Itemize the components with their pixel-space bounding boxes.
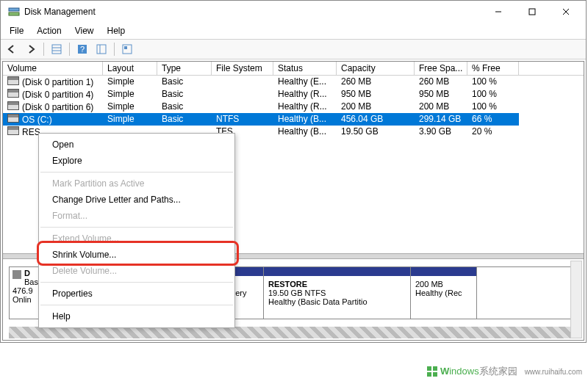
- ctx-separator: [40, 227, 233, 228]
- svg-rect-15: [427, 366, 431, 371]
- table-row[interactable]: OS (C:)SimpleBasicNTFSHealthy (B...456.0…: [3, 113, 584, 126]
- watermark-url: www.ruihaifu.com: [525, 368, 582, 376]
- table-header: Volume Layout Type File System Status Ca…: [3, 62, 584, 76]
- maximize-button[interactable]: [515, 1, 549, 23]
- col-type[interactable]: Type: [157, 62, 212, 75]
- toolbar: ?: [1, 39, 586, 59]
- svg-text:?: ?: [80, 45, 85, 54]
- menu-action[interactable]: Action: [31, 24, 67, 37]
- ctx-mark-active: Mark Partition as Active: [39, 175, 234, 192]
- ctx-explore[interactable]: Explore: [39, 153, 234, 169]
- partition-cell[interactable]: RESTORE19.50 GB NTFSHealthy (Basic Data …: [264, 267, 411, 319]
- svg-rect-11: [97, 45, 106, 54]
- context-menu: Open Explore Mark Partition as Active Ch…: [38, 133, 235, 328]
- svg-rect-17: [427, 372, 431, 377]
- ctx-properties[interactable]: Properties: [39, 286, 234, 302]
- col-capacity[interactable]: Capacity: [337, 62, 415, 75]
- ctx-separator: [40, 282, 233, 283]
- ctx-extend: Extend Volume...: [39, 231, 234, 247]
- disk-label: D: [24, 269, 30, 277]
- svg-rect-18: [433, 372, 437, 377]
- close-button[interactable]: [549, 1, 583, 23]
- back-button[interactable]: [4, 41, 20, 57]
- ctx-open[interactable]: Open: [39, 137, 234, 153]
- col-layout[interactable]: Layout: [103, 62, 157, 75]
- svg-rect-1: [9, 12, 19, 15]
- app-icon: [8, 6, 20, 18]
- col-free[interactable]: Free Spa...: [415, 62, 467, 75]
- table-row[interactable]: (Disk 0 partition 6)SimpleBasicHealthy (…: [3, 101, 584, 113]
- disk-status: Onlin: [12, 295, 32, 304]
- col-volume[interactable]: Volume: [3, 62, 103, 75]
- ctx-format: Format...: [39, 208, 234, 224]
- list-view-button[interactable]: [49, 41, 65, 57]
- table-body: (Disk 0 partition 1)SimpleBasicHealthy (…: [3, 76, 584, 138]
- titlebar: Disk Management: [1, 1, 586, 23]
- svg-rect-3: [529, 9, 535, 15]
- menu-help[interactable]: Help: [101, 24, 132, 37]
- ctx-shrink[interactable]: Shrink Volume...: [39, 247, 234, 263]
- menu-file[interactable]: File: [4, 24, 29, 37]
- ctx-separator: [40, 305, 233, 305]
- watermark: Windows系统家园 www.ruihaifu.com: [427, 365, 582, 378]
- volume-table: Volume Layout Type File System Status Ca…: [3, 62, 584, 138]
- window-title: Disk Management: [24, 7, 481, 17]
- watermark-brand: Windows系统家园: [440, 365, 517, 378]
- properties-button[interactable]: [119, 41, 135, 57]
- toolbar-separator: [43, 43, 44, 56]
- partition-cell[interactable]: 200 MBHealthy (Rec: [411, 267, 477, 319]
- disk-size: 476.9: [12, 286, 33, 295]
- scrollbar[interactable]: [570, 261, 582, 338]
- toolbar-separator: [114, 43, 115, 56]
- ctx-help[interactable]: Help: [39, 308, 234, 324]
- help-button[interactable]: ?: [74, 41, 90, 57]
- ctx-delete: Delete Volume...: [39, 263, 234, 279]
- ctx-change-letter[interactable]: Change Drive Letter and Paths...: [39, 192, 234, 208]
- toolbar-separator: [69, 43, 70, 56]
- detail-view-button[interactable]: [93, 41, 110, 57]
- svg-rect-16: [433, 366, 437, 371]
- unallocated-bar: [9, 327, 578, 338]
- col-percent-free[interactable]: % Free: [467, 62, 519, 75]
- col-filesystem[interactable]: File System: [212, 62, 273, 75]
- ctx-separator: [40, 172, 233, 173]
- forward-button[interactable]: [23, 41, 39, 57]
- windows-flag-icon: [427, 366, 437, 377]
- menu-view[interactable]: View: [69, 24, 100, 37]
- col-status[interactable]: Status: [273, 62, 337, 75]
- minimize-button[interactable]: [481, 1, 515, 23]
- table-row[interactable]: (Disk 0 partition 4)SimpleBasicHealthy (…: [3, 88, 584, 101]
- svg-rect-0: [9, 8, 19, 11]
- menubar: File Action View Help: [1, 23, 586, 39]
- svg-rect-14: [124, 46, 127, 49]
- disk-icon: [12, 270, 21, 279]
- table-row[interactable]: (Disk 0 partition 1)SimpleBasicHealthy (…: [3, 76, 584, 88]
- svg-rect-6: [52, 45, 61, 54]
